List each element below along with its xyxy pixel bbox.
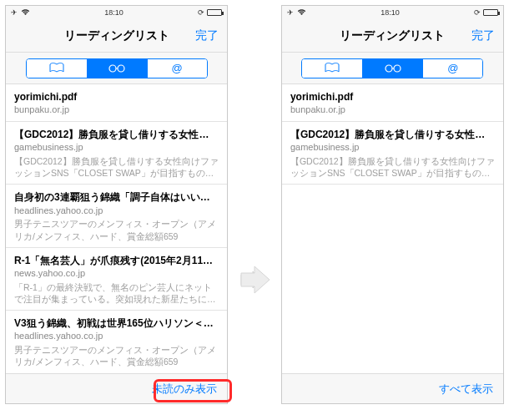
item-domain: gamebusiness.jp	[14, 141, 219, 154]
item-title: yorimichi.pdf	[290, 90, 495, 104]
airplane-icon: ✈	[287, 8, 294, 17]
glasses-icon	[108, 61, 126, 76]
item-title: V3狙う錦織、初戦は世界165位ハリソン＜男子テ...	[14, 316, 219, 330]
svg-point-1	[118, 65, 124, 72]
glasses-icon	[384, 61, 402, 76]
item-desc: 男子テニスツアーのメンフィス・オープン（アメリカ/メンフィス、ハード、賞金総額6…	[14, 344, 219, 367]
item-title: yorimichi.pdf	[14, 90, 219, 104]
svg-point-2	[386, 65, 392, 72]
phone-right: ✈ 18:10 ⟳ リーディングリスト 完了	[281, 5, 504, 404]
at-icon: @	[447, 62, 458, 74]
tab-bookmarks[interactable]	[27, 59, 87, 78]
item-domain: bunpaku.or.jp	[290, 104, 495, 116]
item-title: R-1「無名芸人」が爪痕残す(2015年2月11日(水)...	[14, 254, 219, 267]
list-item[interactable]: 【GDC2012】勝負服を貸し借りする女性向けフ...gamebusiness.…	[282, 122, 503, 185]
page-title: リーディングリスト	[64, 28, 169, 43]
nav-bar: リーディングリスト 完了	[6, 19, 227, 53]
phone-left: ✈ 18:10 ⟳ リーディングリスト 完了	[5, 5, 228, 404]
list-item[interactable]: yorimichi.pdfbunpaku.or.jp	[282, 84, 503, 122]
item-title: 【GDC2012】勝負服を貸し借りする女性向けフ...	[290, 128, 495, 141]
item-domain: news.yahoo.co.jp	[14, 267, 219, 280]
clock: 18:10	[380, 8, 400, 17]
segmented-control-bar: @	[6, 53, 227, 84]
tab-shared-links[interactable]: @	[147, 59, 207, 78]
reading-list: yorimichi.pdfbunpaku.or.jp【GDC2012】勝負服を貸…	[282, 84, 503, 373]
svg-point-0	[109, 65, 116, 72]
item-desc: 男子テニスツアーのメンフィス・オープン（アメリカ/メンフィス、ハード、賞金総額6…	[14, 218, 219, 241]
svg-point-3	[394, 65, 401, 72]
status-bar: ✈ 18:10 ⟳	[282, 6, 503, 19]
toolbar: 未読のみ表示	[6, 373, 227, 403]
tab-shared-links[interactable]: @	[422, 59, 482, 78]
toolbar: すべて表示	[282, 373, 503, 403]
show-unread-button[interactable]: 未読のみ表示	[152, 382, 217, 397]
battery-icon	[207, 9, 222, 16]
nav-bar: リーディングリスト 完了	[282, 19, 503, 53]
item-desc: 【GDC2012】勝負服を貸し借りする女性向けファッションSNS「CLOSET …	[14, 155, 219, 179]
list-item[interactable]: 自身初の3連覇狙う錦織「調子自体はいい感じ」 ...headlines.yaho…	[6, 185, 227, 247]
list-item[interactable]: R-1「無名芸人」が爪痕残す(2015年2月11日(水)...news.yaho…	[6, 248, 227, 311]
list-item[interactable]: 【GDC2012】勝負服を貸し借りする女性向けフ...gamebusiness.…	[6, 122, 227, 185]
done-button[interactable]: 完了	[195, 28, 219, 43]
status-bar: ✈ 18:10 ⟳	[6, 6, 227, 19]
tab-bookmarks[interactable]	[302, 59, 362, 78]
wifi-icon	[297, 8, 306, 17]
item-domain: bunpaku.or.jp	[14, 104, 219, 116]
item-domain: headlines.yahoo.co.jp	[14, 330, 219, 342]
segmented-control-bar: @	[282, 53, 503, 84]
tab-reading-list[interactable]	[87, 59, 147, 78]
wifi-icon	[21, 8, 30, 17]
at-icon: @	[171, 62, 182, 74]
page-title: リーディングリスト	[340, 28, 445, 43]
book-icon	[49, 61, 64, 76]
item-desc: 「R-1」の最終決戦で、無名のピン芸人にネットで注目が集まっている。突如現れた新…	[14, 281, 219, 305]
segmented-control: @	[301, 58, 483, 78]
list-item[interactable]: yorimichi.pdfbunpaku.or.jp	[6, 84, 227, 122]
item-desc: 【GDC2012】勝負服を貸し借りする女性向けファッションSNS「CLOSET …	[290, 155, 495, 179]
show-all-button[interactable]: すべて表示	[439, 382, 493, 397]
done-button[interactable]: 完了	[471, 28, 495, 43]
book-icon	[325, 61, 340, 76]
list-item[interactable]: V3狙う錦織、初戦は世界165位ハリソン＜男子テ...headlines.yah…	[6, 311, 227, 373]
segmented-control: @	[26, 58, 208, 78]
reading-list: yorimichi.pdfbunpaku.or.jp【GDC2012】勝負服を貸…	[6, 84, 227, 373]
battery-icon	[483, 9, 498, 16]
item-domain: headlines.yahoo.co.jp	[14, 205, 219, 217]
item-title: 自身初の3連覇狙う錦織「調子自体はいい感じ」 ...	[14, 190, 219, 204]
orientation-lock-icon: ⟳	[474, 8, 481, 17]
clock: 18:10	[104, 8, 123, 17]
airplane-icon: ✈	[11, 8, 18, 17]
item-domain: gamebusiness.jp	[290, 141, 495, 154]
arrow-icon	[236, 261, 273, 298]
item-title: 【GDC2012】勝負服を貸し借りする女性向けフ...	[14, 128, 219, 141]
orientation-lock-icon: ⟳	[198, 8, 204, 17]
tab-reading-list[interactable]	[362, 59, 422, 78]
